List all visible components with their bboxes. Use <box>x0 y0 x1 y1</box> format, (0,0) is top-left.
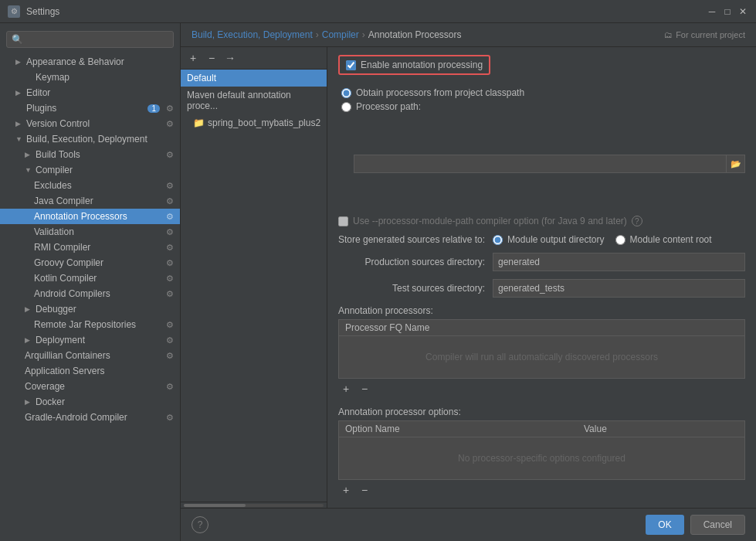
classpath-label[interactable]: Obtain processors from project classpath <box>356 87 524 98</box>
remove-profile-button[interactable]: − <box>204 50 219 66</box>
sidebar-item-build-tools[interactable]: ▶ Build Tools ⚙ <box>0 147 180 162</box>
close-button[interactable]: ✕ <box>737 6 748 17</box>
sidebar-item-debugger[interactable]: ▶ Debugger <box>0 301 180 317</box>
sidebar-item-deployment[interactable]: ▶ Deployment ⚙ <box>0 332 180 348</box>
sidebar-item-label: Version Control <box>26 118 90 129</box>
help-icon[interactable]: ? <box>632 216 642 226</box>
enable-annotation-label[interactable]: Enable annotation processing <box>361 60 483 70</box>
annotation-processors-label: Annotation processors: <box>338 305 745 316</box>
add-profile-button[interactable]: + <box>185 50 201 66</box>
gear-icon: ⚙ <box>166 243 174 253</box>
sidebar-item-label: Debugger <box>36 304 76 315</box>
production-sources-label: Production sources directory: <box>338 257 485 267</box>
sidebar-item-groovy-compiler[interactable]: Groovy Compiler ⚙ <box>0 255 180 270</box>
add-option-button[interactable]: + <box>338 482 354 498</box>
gear-icon: ⚙ <box>166 413 174 423</box>
sidebar-item-plugins[interactable]: Plugins 1 ⚙ <box>0 100 180 116</box>
ok-button[interactable]: OK <box>646 515 683 535</box>
annotation-options-toolbar: + − <box>338 480 745 500</box>
store-generated-options: Module output directory Module content r… <box>493 234 711 245</box>
breadcrumb-left: Build, Execution, Deployment › Compiler … <box>192 29 462 40</box>
production-sources-input[interactable] <box>493 253 745 271</box>
enable-annotation-checkbox[interactable] <box>346 60 356 70</box>
expand-arrow: ▶ <box>15 89 23 97</box>
enable-annotation-row: Enable annotation processing <box>338 55 490 75</box>
sidebar-item-docker[interactable]: ▶ Docker <box>0 394 180 410</box>
sidebar-item-android-compilers[interactable]: Android Compilers ⚙ <box>0 286 180 301</box>
gear-icon: ⚙ <box>166 382 174 392</box>
gear-icon: ⚙ <box>166 274 174 284</box>
compiler-note: Compiler will run all automatically disc… <box>425 352 658 362</box>
processor-path-label[interactable]: Processor path: <box>356 101 421 112</box>
sidebar-item-keymap[interactable]: Keymap <box>0 70 180 85</box>
profile-item-maven[interactable]: Maven default annotation proce... <box>181 87 327 114</box>
expand-arrow: ▶ <box>15 120 23 128</box>
sidebar-item-label: RMI Compiler <box>34 242 90 253</box>
module-output-radio-row: Module output directory <box>493 234 604 245</box>
navigate-profile-button[interactable]: → <box>222 50 238 66</box>
browse-path-button[interactable]: 📂 <box>727 155 745 173</box>
sidebar-item-build-execution[interactable]: ▼ Build, Execution, Deployment <box>0 131 180 147</box>
search-input[interactable] <box>26 34 168 45</box>
expand-arrow: ▶ <box>15 58 23 66</box>
gear-icon: ⚙ <box>166 258 174 268</box>
sidebar-item-compiler[interactable]: ▼ Compiler <box>0 162 180 178</box>
expand-arrow: ▼ <box>25 166 32 174</box>
sidebar-item-app-servers[interactable]: Application Servers <box>0 363 180 379</box>
expand-arrow: ▶ <box>25 398 32 406</box>
expand-arrow: ▼ <box>15 135 23 143</box>
gear-icon: ⚙ <box>166 320 174 330</box>
profile-item-spring[interactable]: 📁 spring_boot_mybatis_plus2 <box>181 114 327 131</box>
sidebar-item-excludes[interactable]: Excludes ⚙ <box>0 178 180 193</box>
module-output-label[interactable]: Module output directory <box>507 234 604 245</box>
processor-path-input[interactable] <box>354 155 727 173</box>
horizontal-scrollbar[interactable] <box>181 502 327 508</box>
gear-icon: ⚙ <box>166 119 174 129</box>
footer-help-icon[interactable]: ? <box>192 516 208 533</box>
remove-processor-button[interactable]: − <box>357 381 372 396</box>
minimize-button[interactable]: ─ <box>707 6 717 17</box>
sidebar-item-gradle-android[interactable]: Gradle-Android Compiler ⚙ <box>0 410 180 425</box>
sidebar-item-annotation-processors[interactable]: Annotation Processors ⚙ <box>0 209 180 224</box>
sidebar-item-arquillian[interactable]: Arquillian Containers ⚙ <box>0 348 180 363</box>
cancel-button[interactable]: Cancel <box>690 515 745 535</box>
maximize-button[interactable]: □ <box>722 6 733 17</box>
sidebar-item-editor[interactable]: ▶ Editor <box>0 85 180 100</box>
module-content-radio[interactable] <box>615 235 625 245</box>
profile-item-default[interactable]: Default <box>181 70 327 87</box>
sidebar-item-label: Coverage <box>25 381 65 392</box>
breadcrumb-build[interactable]: Build, Execution, Deployment <box>192 29 313 40</box>
search-box[interactable]: 🔍 <box>6 31 174 48</box>
dialog-body: 🔍 ▶ Appearance & Behavior Keymap ▶ Edito… <box>0 23 756 541</box>
gear-icon: ⚙ <box>166 289 174 299</box>
expand-arrow: ▶ <box>25 151 32 158</box>
sidebar-item-version-control[interactable]: ▶ Version Control ⚙ <box>0 116 180 131</box>
annotation-processors-table-header: Processor FQ Name <box>339 320 744 336</box>
annotation-options-label: Annotation processor options: <box>338 407 745 417</box>
sidebar-item-rmi-compiler[interactable]: RMI Compiler ⚙ <box>0 240 180 255</box>
classpath-radio[interactable] <box>341 88 351 98</box>
option-name-col: Option Name <box>345 424 584 434</box>
sidebar-item-kotlin-compiler[interactable]: Kotlin Compiler ⚙ <box>0 270 180 286</box>
module-output-radio[interactable] <box>493 235 503 245</box>
breadcrumb-compiler[interactable]: Compiler <box>322 29 359 40</box>
remove-option-button[interactable]: − <box>357 482 372 498</box>
annotation-options-table-header: Option Name Value <box>339 421 744 437</box>
sidebar-item-coverage[interactable]: Coverage ⚙ <box>0 379 180 394</box>
processor-path-radio[interactable] <box>341 102 351 112</box>
test-sources-input[interactable] <box>493 279 745 298</box>
test-sources-row: Test sources directory: <box>338 279 745 298</box>
module-content-label[interactable]: Module content root <box>630 234 712 245</box>
store-generated-label: Store generated sources relative to: <box>338 234 485 245</box>
use-module-checkbox[interactable] <box>338 216 348 226</box>
sidebar-item-appearance[interactable]: ▶ Appearance & Behavior <box>0 54 180 70</box>
profile-list: Default Maven default annotation proce..… <box>181 70 327 502</box>
sidebar-item-remote-jar[interactable]: Remote Jar Repositories ⚙ <box>0 317 180 332</box>
processor-fq-name-col: Processor FQ Name <box>345 322 738 333</box>
store-generated-row: Store generated sources relative to: Mod… <box>338 234 745 245</box>
dialog-footer: ? OK Cancel <box>181 508 756 541</box>
sidebar-item-validation[interactable]: Validation ⚙ <box>0 224 180 240</box>
sidebar-item-java-compiler[interactable]: Java Compiler ⚙ <box>0 193 180 209</box>
sidebar-item-label: Build Tools <box>36 149 80 160</box>
add-processor-button[interactable]: + <box>338 381 354 396</box>
